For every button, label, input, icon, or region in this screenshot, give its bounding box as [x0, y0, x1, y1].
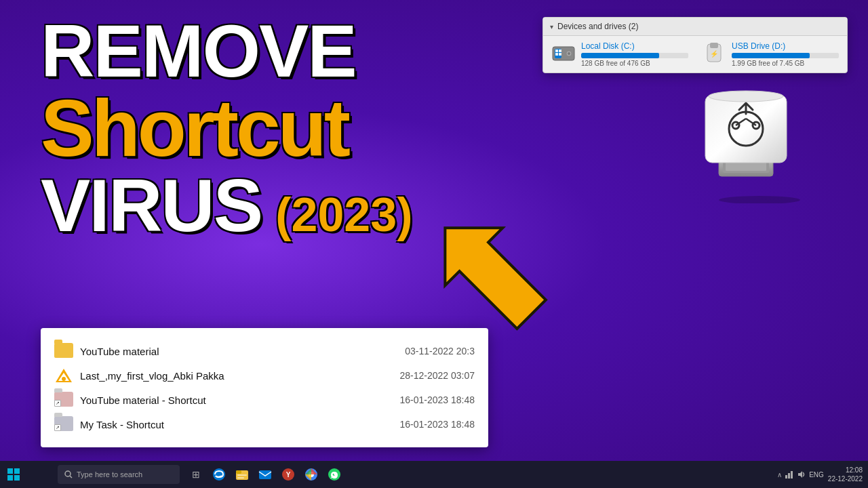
language-display: ENG — [809, 471, 824, 479]
drive-d-name: USB Drive (D:) — [732, 41, 839, 51]
svg-rect-41 — [785, 475, 787, 479]
whatsapp-icon[interactable] — [325, 465, 344, 484]
drive-c-bar-bg — [581, 53, 688, 58]
svg-text:Y: Y — [286, 471, 291, 479]
file-left-4: ↗ My Task - Shortcut — [54, 416, 164, 432]
taskbar-right: ∧ ENG 12:08 22-12-2022 — [777, 466, 868, 483]
file-left-1: YouTube material — [54, 343, 159, 359]
svg-rect-43 — [791, 471, 793, 479]
file-name-4: My Task - Shortcut — [80, 419, 164, 430]
svg-point-22 — [709, 91, 783, 102]
file-date-4: 16-01-2023 18:48 — [399, 419, 475, 430]
tray-time: 12:08 22-12-2022 — [828, 466, 863, 483]
taskview-icon[interactable]: ⊞ — [186, 465, 205, 484]
svg-marker-44 — [798, 471, 802, 478]
svg-rect-24 — [7, 468, 13, 474]
tray-up-arrow[interactable]: ∧ — [777, 471, 782, 479]
file-name-1: YouTube material — [80, 346, 159, 357]
drive-c-name: Local Disk (C:) — [581, 41, 688, 51]
svg-rect-26 — [7, 475, 13, 481]
file-name-3: YouTube material - Shortcut — [80, 394, 206, 406]
svg-rect-13 — [710, 43, 718, 48]
file-left-2: Last_,my_first_vlog_Abki Pakka — [54, 367, 224, 384]
network-icon — [785, 470, 794, 479]
folder-icon-1 — [54, 343, 73, 359]
taskbar-icons: ⊞ Y — [186, 465, 344, 484]
usb-drive-image — [698, 54, 861, 206]
mail-icon[interactable] — [256, 465, 275, 484]
explorer-icon[interactable] — [233, 465, 252, 484]
svg-point-3 — [62, 377, 66, 381]
shortcut-text: Shortcut — [41, 88, 413, 168]
arrow-icon — [393, 197, 583, 346]
svg-rect-8 — [555, 49, 558, 52]
start-button[interactable] — [0, 461, 27, 488]
file-name-2: Last_,my_first_vlog_Abki Pakka — [80, 370, 224, 382]
folder-icon-2 — [54, 367, 73, 384]
edge-icon[interactable] — [210, 465, 229, 484]
svg-rect-27 — [14, 475, 20, 481]
svg-line-29 — [70, 476, 72, 478]
search-placeholder: Type here to search — [77, 470, 142, 479]
svg-rect-35 — [259, 470, 271, 479]
speaker-icon — [797, 470, 806, 479]
shortcut-folder-icon-1: ↗ — [54, 392, 73, 408]
shortcut-folder-icon-2: ↗ — [54, 416, 73, 432]
drive-d[interactable]: ⚡ USB Drive (D:) 1.99 GB free of 7.45 GB — [702, 41, 839, 67]
year-text: (2023) — [275, 188, 412, 242]
taskbar-search[interactable]: Type here to search — [58, 465, 180, 484]
drive-c[interactable]: Local Disk (C:) 128 GB free of 476 GB — [551, 41, 688, 67]
taskbar: Type here to search ⊞ — [0, 461, 868, 488]
file-date-3: 16-01-2023 18:48 — [399, 394, 475, 405]
svg-rect-10 — [555, 53, 558, 56]
drive-d-icon: ⚡ — [702, 41, 726, 66]
drive-c-icon — [551, 41, 576, 66]
drive-d-bar-bg — [732, 53, 839, 58]
chevron-icon[interactable]: ▾ — [550, 23, 553, 30]
file-item-3[interactable]: ↗ YouTube material - Shortcut 16-01-2023… — [54, 388, 475, 412]
drive-d-bar-fill — [732, 53, 810, 58]
drive-c-space: 128 GB free of 476 GB — [581, 60, 688, 67]
svg-rect-33 — [237, 474, 247, 476]
devices-content: Local Disk (C:) 128 GB free of 476 GB ⚡ … — [543, 36, 847, 73]
svg-rect-25 — [14, 468, 20, 474]
virus-text: VIRUS — [41, 168, 262, 243]
drive-c-bar-fill — [581, 53, 659, 58]
svg-text:⚡: ⚡ — [710, 49, 719, 58]
file-date-2: 28-12-2022 03:07 — [399, 370, 475, 381]
svg-rect-11 — [559, 53, 561, 56]
svg-point-7 — [568, 52, 570, 55]
virus-line: VIRUS (2023) — [41, 168, 413, 243]
system-tray: ∧ ENG — [777, 470, 824, 479]
file-left-3: ↗ YouTube material - Shortcut — [54, 392, 206, 408]
svg-point-28 — [65, 471, 71, 476]
drive-c-info: Local Disk (C:) 128 GB free of 476 GB — [581, 41, 688, 67]
drive-d-space: 1.99 GB free of 7.45 GB — [732, 60, 839, 67]
search-icon — [64, 470, 73, 479]
drive-d-info: USB Drive (D:) 1.99 GB free of 7.45 GB — [732, 41, 839, 67]
svg-rect-42 — [788, 473, 790, 479]
svg-rect-9 — [559, 49, 561, 52]
chrome-icon[interactable] — [302, 465, 321, 484]
svg-marker-0 — [416, 199, 560, 343]
devices-panel: ▾ Devices and drives (2) — [542, 17, 848, 73]
file-item-4[interactable]: ↗ My Task - Shortcut 16-01-2023 18:48 — [54, 412, 475, 436]
usb-drive-svg — [698, 54, 861, 203]
devices-title: Devices and drives (2) — [557, 22, 638, 31]
file-date-1: 03-11-2022 20:3 — [405, 346, 475, 357]
arrow-container — [393, 197, 583, 346]
app-icon-red[interactable]: Y — [279, 465, 298, 484]
svg-rect-34 — [237, 477, 244, 479]
title-area: REMOVE Shortcut VIRUS (2023) — [41, 14, 413, 243]
date-display: 22-12-2022 — [828, 474, 863, 483]
remove-text: REMOVE — [41, 14, 413, 88]
time-display: 12:08 — [828, 466, 863, 474]
file-panel: YouTube material 03-11-2022 20:3 Last_,m… — [41, 328, 488, 447]
svg-rect-32 — [236, 470, 241, 474]
devices-header: ▾ Devices and drives (2) — [543, 18, 847, 36]
file-item-2[interactable]: Last_,my_first_vlog_Abki Pakka 28-12-202… — [54, 363, 475, 388]
svg-point-23 — [719, 196, 800, 203]
